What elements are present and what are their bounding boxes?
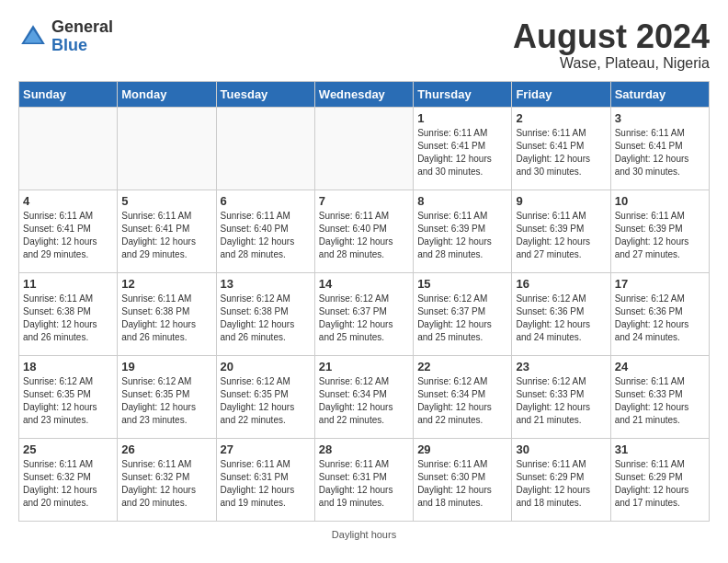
day-of-week-header: Saturday xyxy=(610,81,709,107)
calendar-cell: 29Sunrise: 6:11 AM Sunset: 6:30 PM Dayli… xyxy=(414,438,512,521)
logo-icon xyxy=(18,22,48,52)
day-info: Sunrise: 6:12 AM Sunset: 6:37 PM Dayligh… xyxy=(417,293,507,344)
day-number: 21 xyxy=(319,360,409,373)
footer: Daylight hours xyxy=(18,529,710,540)
day-info: Sunrise: 6:12 AM Sunset: 6:34 PM Dayligh… xyxy=(417,375,507,427)
calendar-cell: 18Sunrise: 6:12 AM Sunset: 6:35 PM Dayli… xyxy=(19,355,118,438)
day-of-week-header: Thursday xyxy=(414,81,512,107)
day-number: 4 xyxy=(23,194,113,208)
calendar-week-row: 11Sunrise: 6:11 AM Sunset: 6:38 PM Dayli… xyxy=(19,272,710,355)
day-number: 29 xyxy=(417,442,507,456)
header: General Blue August 2024 Wase, Plateau, … xyxy=(18,18,710,72)
day-of-week-header: Sunday xyxy=(19,81,118,107)
calendar-cell: 9Sunrise: 6:11 AM Sunset: 6:39 PM Daylig… xyxy=(512,190,610,272)
day-number: 2 xyxy=(516,111,606,125)
logo-text: General Blue xyxy=(51,18,113,55)
day-info: Sunrise: 6:11 AM Sunset: 6:29 PM Dayligh… xyxy=(516,458,606,510)
day-number: 20 xyxy=(221,360,311,373)
day-info: Sunrise: 6:11 AM Sunset: 6:41 PM Dayligh… xyxy=(516,127,606,178)
day-number: 31 xyxy=(615,442,705,456)
calendar-cell: 28Sunrise: 6:11 AM Sunset: 6:31 PM Dayli… xyxy=(314,438,413,521)
calendar-cell xyxy=(314,107,413,190)
logo: General Blue xyxy=(18,18,113,55)
calendar-cell: 3Sunrise: 6:11 AM Sunset: 6:41 PM Daylig… xyxy=(610,107,709,190)
calendar-cell xyxy=(19,107,118,190)
calendar-cell: 16Sunrise: 6:12 AM Sunset: 6:36 PM Dayli… xyxy=(512,272,610,355)
day-number: 18 xyxy=(23,360,113,373)
calendar-cell: 10Sunrise: 6:11 AM Sunset: 6:39 PM Dayli… xyxy=(610,190,709,272)
day-info: Sunrise: 6:12 AM Sunset: 6:33 PM Dayligh… xyxy=(516,375,606,427)
day-info: Sunrise: 6:11 AM Sunset: 6:31 PM Dayligh… xyxy=(319,458,409,510)
day-info: Sunrise: 6:11 AM Sunset: 6:41 PM Dayligh… xyxy=(417,127,507,178)
logo-general-text: General xyxy=(51,18,113,37)
day-info: Sunrise: 6:11 AM Sunset: 6:41 PM Dayligh… xyxy=(615,127,705,178)
day-info: Sunrise: 6:11 AM Sunset: 6:32 PM Dayligh… xyxy=(23,458,113,510)
day-info: Sunrise: 6:11 AM Sunset: 6:29 PM Dayligh… xyxy=(615,458,705,510)
day-number: 22 xyxy=(417,360,507,373)
day-number: 14 xyxy=(319,277,409,291)
calendar-cell: 21Sunrise: 6:12 AM Sunset: 6:34 PM Dayli… xyxy=(314,355,413,438)
calendar-cell: 26Sunrise: 6:11 AM Sunset: 6:32 PM Dayli… xyxy=(118,438,216,521)
calendar-header-row: SundayMondayTuesdayWednesdayThursdayFrid… xyxy=(19,81,710,107)
day-number: 13 xyxy=(221,277,311,291)
calendar-cell: 12Sunrise: 6:11 AM Sunset: 6:38 PM Dayli… xyxy=(118,272,216,355)
day-info: Sunrise: 6:12 AM Sunset: 6:35 PM Dayligh… xyxy=(23,375,113,427)
calendar-cell: 20Sunrise: 6:12 AM Sunset: 6:35 PM Dayli… xyxy=(216,355,314,438)
day-info: Sunrise: 6:12 AM Sunset: 6:34 PM Dayligh… xyxy=(319,375,409,427)
calendar-week-row: 1Sunrise: 6:11 AM Sunset: 6:41 PM Daylig… xyxy=(19,107,710,190)
day-of-week-header: Tuesday xyxy=(216,81,314,107)
day-number: 3 xyxy=(615,111,705,125)
calendar-cell: 15Sunrise: 6:12 AM Sunset: 6:37 PM Dayli… xyxy=(414,272,512,355)
calendar-cell: 27Sunrise: 6:11 AM Sunset: 6:31 PM Dayli… xyxy=(216,438,314,521)
day-number: 5 xyxy=(121,194,211,208)
location-title: Wase, Plateau, Nigeria xyxy=(513,55,710,72)
calendar-cell: 2Sunrise: 6:11 AM Sunset: 6:41 PM Daylig… xyxy=(512,107,610,190)
day-number: 17 xyxy=(615,277,705,291)
day-info: Sunrise: 6:11 AM Sunset: 6:39 PM Dayligh… xyxy=(417,210,507,261)
day-info: Sunrise: 6:11 AM Sunset: 6:31 PM Dayligh… xyxy=(221,458,311,510)
title-area: August 2024 Wase, Plateau, Nigeria xyxy=(513,18,710,72)
day-number: 24 xyxy=(615,360,705,373)
day-info: Sunrise: 6:11 AM Sunset: 6:30 PM Dayligh… xyxy=(417,458,507,510)
calendar-cell: 5Sunrise: 6:11 AM Sunset: 6:41 PM Daylig… xyxy=(118,190,216,272)
day-number: 12 xyxy=(121,277,211,291)
day-info: Sunrise: 6:11 AM Sunset: 6:32 PM Dayligh… xyxy=(121,458,211,510)
calendar-cell: 22Sunrise: 6:12 AM Sunset: 6:34 PM Dayli… xyxy=(414,355,512,438)
calendar-cell: 14Sunrise: 6:12 AM Sunset: 6:37 PM Dayli… xyxy=(314,272,413,355)
calendar-cell: 4Sunrise: 6:11 AM Sunset: 6:41 PM Daylig… xyxy=(19,190,118,272)
day-number: 6 xyxy=(221,194,311,208)
day-number: 27 xyxy=(221,442,311,456)
day-info: Sunrise: 6:12 AM Sunset: 6:37 PM Dayligh… xyxy=(319,293,409,344)
calendar-cell: 30Sunrise: 6:11 AM Sunset: 6:29 PM Dayli… xyxy=(512,438,610,521)
day-number: 16 xyxy=(516,277,606,291)
footer-text: Daylight hours xyxy=(332,529,396,540)
day-number: 15 xyxy=(417,277,507,291)
calendar-cell: 25Sunrise: 6:11 AM Sunset: 6:32 PM Dayli… xyxy=(19,438,118,521)
day-number: 8 xyxy=(417,194,507,208)
calendar-cell: 13Sunrise: 6:12 AM Sunset: 6:38 PM Dayli… xyxy=(216,272,314,355)
logo-blue-text: Blue xyxy=(51,37,113,55)
day-of-week-header: Wednesday xyxy=(314,81,413,107)
day-info: Sunrise: 6:12 AM Sunset: 6:35 PM Dayligh… xyxy=(221,375,311,427)
day-number: 30 xyxy=(516,442,606,456)
month-title: August 2024 xyxy=(513,18,710,55)
day-of-week-header: Friday xyxy=(512,81,610,107)
day-info: Sunrise: 6:12 AM Sunset: 6:35 PM Dayligh… xyxy=(121,375,211,427)
calendar-cell: 11Sunrise: 6:11 AM Sunset: 6:38 PM Dayli… xyxy=(19,272,118,355)
day-number: 9 xyxy=(516,194,606,208)
calendar-cell xyxy=(118,107,216,190)
calendar-week-row: 18Sunrise: 6:12 AM Sunset: 6:35 PM Dayli… xyxy=(19,355,710,438)
calendar-cell: 6Sunrise: 6:11 AM Sunset: 6:40 PM Daylig… xyxy=(216,190,314,272)
calendar-cell: 17Sunrise: 6:12 AM Sunset: 6:36 PM Dayli… xyxy=(610,272,709,355)
day-info: Sunrise: 6:11 AM Sunset: 6:40 PM Dayligh… xyxy=(319,210,409,261)
day-number: 7 xyxy=(319,194,409,208)
day-info: Sunrise: 6:12 AM Sunset: 6:38 PM Dayligh… xyxy=(221,293,311,344)
day-number: 25 xyxy=(23,442,113,456)
calendar-cell: 1Sunrise: 6:11 AM Sunset: 6:41 PM Daylig… xyxy=(414,107,512,190)
day-info: Sunrise: 6:12 AM Sunset: 6:36 PM Dayligh… xyxy=(516,293,606,344)
calendar-week-row: 25Sunrise: 6:11 AM Sunset: 6:32 PM Dayli… xyxy=(19,438,710,521)
calendar-week-row: 4Sunrise: 6:11 AM Sunset: 6:41 PM Daylig… xyxy=(19,190,710,272)
calendar-cell: 23Sunrise: 6:12 AM Sunset: 6:33 PM Dayli… xyxy=(512,355,610,438)
calendar-cell: 24Sunrise: 6:11 AM Sunset: 6:33 PM Dayli… xyxy=(610,355,709,438)
calendar-cell: 19Sunrise: 6:12 AM Sunset: 6:35 PM Dayli… xyxy=(118,355,216,438)
